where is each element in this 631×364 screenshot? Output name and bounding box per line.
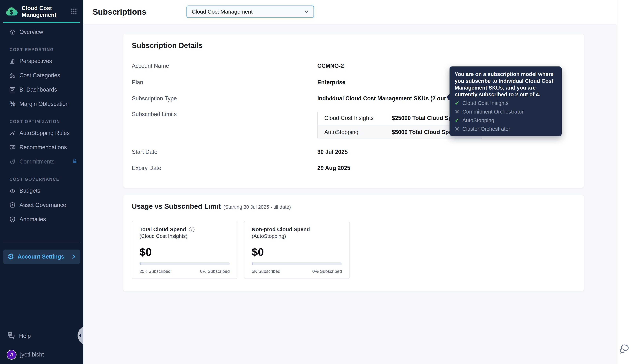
detail-value: CCMNG-2 [317, 62, 344, 70]
sidebar-item-asset-governance[interactable]: $ Asset Governance [0, 199, 83, 212]
gear-icon: ⚙ [7, 253, 14, 260]
x-icon: ✕ [455, 108, 459, 115]
sidebar-item-label: AutoStopping Rules [20, 130, 70, 136]
sidebar-item-bi-dashboards[interactable]: BI Dashboards [0, 83, 83, 96]
shapes-icon [9, 72, 16, 79]
usage-card-nonprod-cloud-spend: Non-prod Cloud Spend (AutoStopping) $0 5… [244, 221, 350, 279]
x-icon: ✕ [455, 126, 459, 132]
avatar: J [7, 350, 17, 360]
app-grid-icon[interactable] [71, 8, 77, 15]
help-label: Help [19, 333, 31, 339]
sidebar-item-label: Overview [20, 29, 43, 35]
tooltip-sku-row: ✕ Cluster Orchestrator [455, 126, 557, 132]
piggy-bank-icon: $ [9, 187, 16, 194]
check-icon: ✓ [455, 117, 459, 124]
recommendation-bubble-icon [9, 144, 16, 151]
user-menu[interactable]: J jyoti.bisht [7, 350, 44, 360]
sidebar-item-label: Margin Obfuscation [20, 101, 69, 107]
autostopping-lever-icon [9, 130, 16, 137]
user-name: jyoti.bisht [20, 351, 44, 358]
dashboard-image-icon [9, 86, 16, 94]
page-title: Subscriptions [93, 7, 146, 16]
chevron-right-icon [72, 254, 76, 260]
sidebar-item-margin-obfuscation[interactable]: % Margin Obfuscation [0, 98, 83, 110]
sidebar-item-label: Commitments [20, 158, 55, 165]
sidebar-item-label: Anomalies [20, 216, 46, 223]
tooltip-text: You are on a subscription model where yo… [455, 71, 557, 98]
module-selector-value: Cloud Cost Management [192, 8, 253, 15]
sidebar-item-label: Budgets [20, 188, 40, 194]
app-logo-row: $ Cloud Cost Management [0, 0, 83, 19]
sidebar-item-label: Cost Categories [20, 72, 60, 79]
sidebar-divider [3, 242, 80, 243]
detail-label: Start Date [132, 148, 317, 156]
sku-name-cell: AutoStopping [324, 129, 392, 136]
svg-text:!: ! [12, 218, 13, 221]
chevron-down-icon [304, 10, 309, 13]
tooltip-sku-row: ✓ Cloud Cost Insights [455, 100, 557, 106]
percent-icon: % [9, 100, 16, 108]
tooltip-sku-row: ✓ AutoStopping [455, 117, 557, 124]
sidebar-item-perspectives[interactable]: Perspectives [0, 55, 83, 68]
usage-card-subtitle: (Cloud Cost Insights) [139, 233, 230, 239]
detail-label: Subscription Type [132, 95, 317, 102]
sidebar-section-cost-optimization: COST OPTIMIZATION [0, 119, 83, 124]
subscription-details-title: Subscription Details [132, 42, 575, 50]
tooltip-sku-row: ✕ Commitment Orchestrator [455, 108, 557, 115]
page-header: Subscriptions Cloud Cost Management [83, 0, 617, 24]
tooltip-sku-name: Cluster Orchestrator [462, 126, 510, 132]
right-rail [617, 0, 631, 364]
dollar-glyph: $ [10, 8, 13, 16]
app-title: Cloud Cost Management [22, 5, 60, 18]
usage-subtitle: (Starting 30 Jul 2025 - till date) [224, 204, 291, 210]
help-button[interactable]: ? Help [7, 332, 31, 340]
main-content: Subscriptions Cloud Cost Management Subs… [83, 0, 617, 364]
detail-value: 30 Jul 2025 [317, 148, 348, 156]
sidebar-item-cost-categories[interactable]: Cost Categories [0, 69, 83, 82]
help-chat-icon: ? [7, 332, 16, 340]
sidebar-item-anomalies[interactable]: ! Anomalies [0, 213, 83, 226]
usage-card-subtitle: (AutoStopping) [252, 233, 342, 239]
usage-amount: $0 [139, 246, 230, 258]
sidebar-item-commitments[interactable]: Commitments [0, 155, 83, 168]
module-selector-dropdown[interactable]: Cloud Cost Management [186, 6, 314, 18]
sidebar-item-account-settings[interactable]: ⚙ Account Settings [3, 250, 80, 264]
sidebar-item-overview[interactable]: Overview [0, 26, 83, 38]
sidebar-item-label: Asset Governance [20, 202, 66, 208]
account-settings-label: Account Settings [18, 254, 64, 260]
svg-text:$: $ [12, 204, 13, 207]
sidebar-item-recommendations[interactable]: Recommendations [0, 141, 83, 154]
sidebar-item-autostopping-rules[interactable]: AutoStopping Rules [0, 127, 83, 140]
detail-value: 29 Aug 2025 [317, 164, 350, 172]
detail-value: Enterprise [317, 79, 345, 86]
subscribed-percent-label: 0% Subscribed [200, 269, 230, 274]
tooltip-sku-name: Cloud Cost Insights [462, 100, 508, 106]
sidebar-item-budgets[interactable]: $ Budgets [0, 184, 83, 197]
subscribed-amount-label: 5K Subscribed [252, 269, 280, 274]
usage-progress-bar [252, 262, 342, 265]
chat-bubbles-icon[interactable] [619, 344, 630, 355]
detail-row-start-date: Start Date 30 Jul 2025 [132, 148, 575, 156]
total-cloud-spend-info-icon[interactable]: i [189, 227, 194, 232]
sidebar-section-cost-governance: COST GOVERNANCE [0, 177, 83, 182]
cloud-cost-logo-icon: $ [5, 4, 19, 19]
check-icon: ✓ [455, 100, 459, 106]
sidebar-nav: Overview COST REPORTING Perspectives Cos… [0, 23, 83, 226]
sidebar-collapse-handle[interactable] [78, 326, 83, 345]
progress-fill [252, 262, 253, 265]
usage-cards-row: Total Cloud Spend i (Cloud Cost Insights… [132, 221, 575, 279]
tooltip-sku-name: Commitment Orchestrator [462, 109, 524, 115]
sku-name-cell: Cloud Cost Insights [324, 114, 392, 122]
subscribed-percent-label: 0% Subscribed [312, 269, 342, 274]
detail-label: Subscribed Limits [132, 111, 317, 118]
sidebar-item-label: Perspectives [20, 58, 52, 64]
svg-text:$: $ [12, 190, 13, 192]
svg-text:?: ? [9, 333, 11, 336]
usage-card-title: Total Cloud Spend [139, 226, 186, 232]
lock-icon [72, 158, 78, 166]
usage-amount: $0 [252, 246, 342, 258]
sidebar-item-label: BI Dashboards [20, 86, 57, 93]
usage-vs-limit-card: Usage vs Subscribed Limit (Starting 30 J… [123, 195, 584, 291]
detail-label: Expiry Date [132, 164, 317, 172]
detail-row-expiry-date: Expiry Date 29 Aug 2025 [132, 164, 575, 172]
